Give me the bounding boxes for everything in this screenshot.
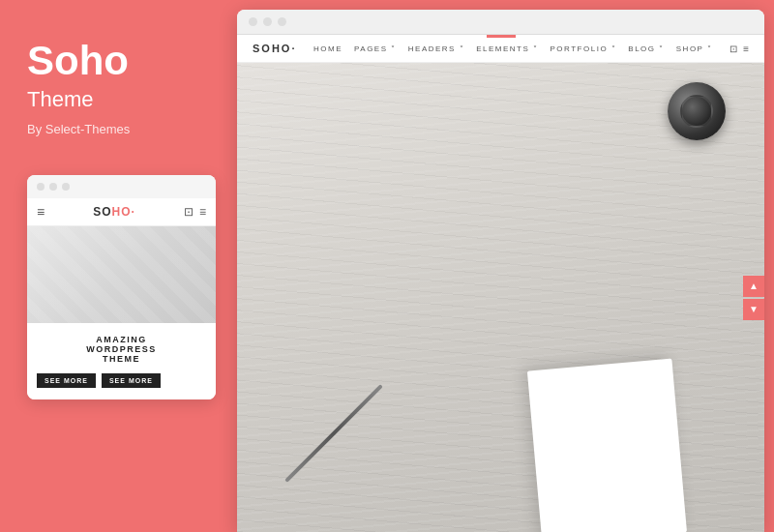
mobile-dot-1 bbox=[37, 183, 45, 191]
mobile-nav: ≡ SOHO· ⊡ ≡ bbox=[27, 198, 216, 226]
desktop-nav: SOHO· HOME PAGES ˅ HEADERS ˅ ELEMENTS ˅ … bbox=[237, 35, 764, 63]
desktop-hero-bg: ▲ ▼ bbox=[237, 63, 764, 532]
nav-item-headers: HEADERS ˅ bbox=[408, 44, 464, 53]
desktop-cart-icon: ⊡ bbox=[729, 44, 737, 54]
mobile-dot-2 bbox=[49, 183, 57, 191]
desktop-preview-panel: SOHO· HOME PAGES ˅ HEADERS ˅ ELEMENTS ˅ … bbox=[237, 10, 764, 532]
mobile-card-header bbox=[27, 175, 216, 198]
mobile-see-more-button-1[interactable]: SEE MORE bbox=[37, 373, 96, 388]
scroll-down-button[interactable]: ▼ bbox=[743, 299, 764, 320]
side-scroll-buttons[interactable]: ▲ ▼ bbox=[743, 276, 764, 320]
desktop-logo: SOHO· bbox=[253, 43, 296, 54]
desktop-nav-right: ⊡ ≡ bbox=[729, 44, 749, 54]
mobile-hero-line2: WORDPRESS bbox=[37, 344, 206, 354]
scroll-up-button[interactable]: ▲ bbox=[743, 276, 764, 297]
nav-item-shop: SHOP ˅ bbox=[676, 44, 713, 53]
desktop-dot-3 bbox=[278, 17, 286, 26]
camera-object bbox=[668, 82, 726, 140]
notebook-object bbox=[527, 359, 687, 532]
mobile-dot-3 bbox=[62, 183, 70, 191]
mobile-hamburger-icon: ≡ bbox=[37, 204, 45, 220]
nav-item-pages: PAGES ˅ bbox=[354, 44, 397, 53]
desktop-browser-bar bbox=[237, 10, 764, 35]
mobile-logo: SOHO· bbox=[93, 205, 135, 219]
mobile-hero-text: AMAZING WORDPRESS THEME bbox=[37, 335, 206, 364]
mobile-hero-image bbox=[27, 226, 216, 323]
desktop-dot-1 bbox=[249, 17, 257, 26]
theme-title: Soho bbox=[27, 39, 210, 83]
theme-subtitle: Theme bbox=[27, 87, 210, 112]
mobile-see-more-button-2[interactable]: SEE MORE bbox=[102, 373, 161, 388]
nav-item-elements: ELEMENTS ˅ bbox=[476, 44, 538, 53]
mobile-logo-accent: HO· bbox=[112, 205, 135, 219]
main-container: Soho Theme By Select-Themes ≡ SOHO· ⊡ ≡ bbox=[0, 0, 774, 532]
nav-item-blog: BLOG ˅ bbox=[628, 44, 664, 53]
pink-accent-bar bbox=[487, 35, 516, 38]
mobile-buttons: SEE MORE SEE MORE bbox=[37, 373, 206, 388]
mobile-cart-icon: ⊡ bbox=[184, 205, 194, 219]
desktop-hero: ▲ ▼ bbox=[237, 63, 764, 532]
nav-item-portfolio: PORTFOLIO ˅ bbox=[551, 44, 617, 53]
desktop-menu-icon: ≡ bbox=[743, 44, 749, 54]
nav-item-home: HOME bbox=[313, 44, 342, 53]
mobile-content: AMAZING WORDPRESS THEME SEE MORE SEE MOR… bbox=[27, 323, 216, 399]
desktop-dot-2 bbox=[263, 17, 272, 26]
left-panel: Soho Theme By Select-Themes ≡ SOHO· ⊡ ≡ bbox=[0, 0, 237, 532]
desktop-nav-menu: HOME PAGES ˅ HEADERS ˅ ELEMENTS ˅ PORTFO… bbox=[313, 44, 712, 53]
mobile-hero-line3: THEME bbox=[37, 354, 206, 364]
theme-author: By Select-Themes bbox=[27, 122, 210, 136]
mobile-menu-icon: ≡ bbox=[199, 205, 206, 219]
mobile-hero-line1: AMAZING bbox=[37, 335, 206, 344]
mobile-preview-card: ≡ SOHO· ⊡ ≡ AMAZING WORDPRESS THEME SEE … bbox=[27, 175, 216, 399]
mobile-nav-right: ⊡ ≡ bbox=[184, 205, 206, 219]
